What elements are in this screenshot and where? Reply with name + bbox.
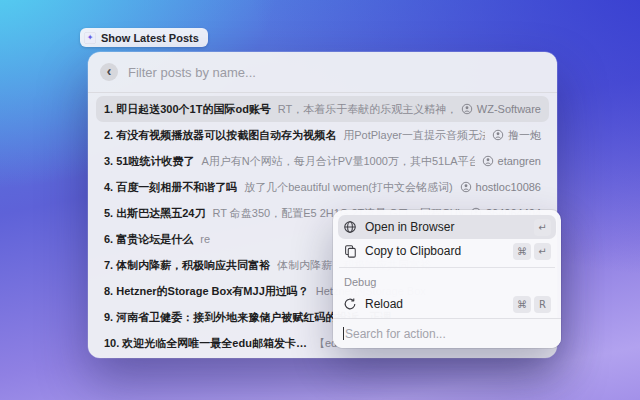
clipboard-icon <box>343 244 357 258</box>
keycap: ↵ <box>534 243 551 260</box>
post-title: 6. 富贵论坛是什么 <box>104 232 193 247</box>
list-item[interactable]: 11. 典x综合站获一格 本人投入>t，前五不拿到，全球先递请现，现有下载00…… <box>96 356 549 358</box>
keycap: ⌘ <box>513 296 531 313</box>
breadcrumb: ✦ Show Latest Posts <box>80 28 208 47</box>
post-excerpt: 用PotPlayer一直提示音频无法播放，解码器也下载了 <box>343 128 485 143</box>
action-search-input[interactable] <box>345 327 551 341</box>
post-title: 8. Hetzner的Storage Box有MJJ用过吗？ <box>104 284 309 299</box>
menu-divider <box>339 267 555 268</box>
author-name: etangren <box>498 155 541 167</box>
globe-icon <box>343 220 357 234</box>
keycap: ↵ <box>534 219 551 236</box>
post-author: WZ-Software <box>461 103 541 115</box>
post-title: 7. 体制内降薪，积极响应共同富裕 <box>104 258 270 273</box>
keycap: ⌘ <box>513 243 531 260</box>
post-excerpt: A用户有N个网站，每月合计PV量1000万，其中51LA平台每月赠送300万PV… <box>201 154 474 169</box>
post-title: 2. 有没有视频播放器可以按截图自动存为视频名 <box>104 128 336 143</box>
list-item[interactable]: 3. 51啦统计收费了 A用户有N个网站，每月合计PV量1000万，其中51LA… <box>96 148 549 174</box>
person-circle-icon <box>492 129 504 141</box>
chevron-left-icon: ‹ <box>107 63 112 79</box>
post-title: 3. 51啦统计收费了 <box>104 154 194 169</box>
text-caret <box>343 327 344 340</box>
person-circle-icon <box>482 155 494 167</box>
extension-star-icon: ✦ <box>84 32 96 44</box>
search-bar: ‹ <box>88 52 557 92</box>
author-name: 撸一炮 <box>508 128 541 143</box>
post-excerpt: RT，本着乐于奉献的乐观主义精神，手上有个吃灰的全局，刚… <box>278 102 454 117</box>
menu-section-label: Debug <box>338 272 556 292</box>
list-item[interactable]: 1. 即日起送300个1T的国际od账号 RT，本着乐于奉献的乐观主义精神，手上… <box>96 96 549 122</box>
person-circle-icon <box>461 103 473 115</box>
list-item[interactable]: 4. 百度一刻相册不和谐了吗 放了几个beautiful women(打中文会铭… <box>96 174 549 200</box>
action-reload[interactable]: Reload ⌘R <box>338 292 556 316</box>
back-button[interactable]: ‹ <box>100 63 118 81</box>
post-author: etangren <box>482 155 541 167</box>
post-title: 1. 即日起送300个1T的国际od账号 <box>104 102 271 117</box>
action-menu-main-group: Open in Browser ↵ Copy to Clipboard ⌘↵ <box>338 215 556 263</box>
list-item[interactable]: 2. 有没有视频播放器可以按截图自动存为视频名 用PotPlayer一直提示音频… <box>96 122 549 148</box>
action-menu: Open in Browser ↵ Copy to Clipboard ⌘↵ D… <box>333 210 561 348</box>
author-name: WZ-Software <box>477 103 541 115</box>
action-copy-to-clipboard[interactable]: Copy to Clipboard ⌘↵ <box>338 239 556 263</box>
breadcrumb-label: Show Latest Posts <box>101 32 199 44</box>
reload-icon <box>343 297 357 311</box>
desktop-background: ✦ Show Latest Posts ‹ 1. 即日起送300个1T的国际od… <box>0 0 640 400</box>
post-title: 5. 出斯巴达黑五24刀 <box>104 206 205 221</box>
filter-input[interactable] <box>128 65 545 80</box>
keycap: R <box>534 296 551 313</box>
action-search-bar <box>333 318 561 348</box>
person-circle-icon <box>460 181 472 193</box>
post-author: hostloc10086 <box>460 181 541 193</box>
post-author: 撸一炮 <box>492 128 541 143</box>
author-name: hostloc10086 <box>476 181 541 193</box>
post-title: 4. 百度一刻相册不和谐了吗 <box>104 180 237 195</box>
post-excerpt: 放了几个beautiful women(打中文会铭感词)到一刻相册，过去10几天… <box>244 180 452 195</box>
action-open-in-browser[interactable]: Open in Browser ↵ <box>338 215 556 239</box>
post-title: 10. 欢迎光临全网唯一最全edu邮箱发卡… <box>104 336 307 351</box>
